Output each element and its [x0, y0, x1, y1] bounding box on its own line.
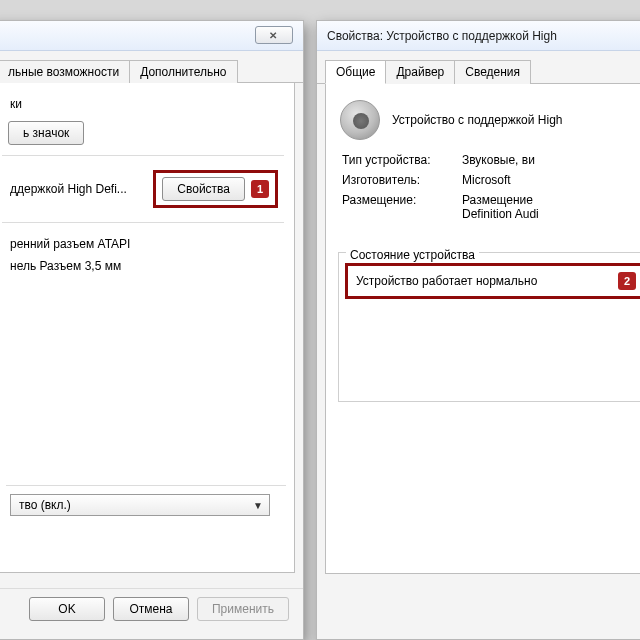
properties-highlight: Свойства 1: [153, 170, 278, 208]
tab-general[interactable]: Общие: [325, 60, 386, 84]
apply-button[interactable]: Применить: [197, 597, 289, 621]
label-location: Размещение:: [342, 193, 462, 221]
jack-atapi: ренний разъем ATAPI: [2, 233, 284, 255]
device-status-text: Устройство работает нормально: [356, 274, 537, 288]
status-highlight: Устройство работает нормально 2: [345, 263, 640, 299]
speaker-icon: [340, 100, 380, 140]
name-fragment: ки: [2, 93, 284, 115]
label-device-type: Тип устройства:: [342, 153, 462, 167]
controller-label: ддержкой High Defi...: [10, 182, 133, 196]
device-name: Устройство с поддержкой High: [392, 113, 563, 127]
properties-button[interactable]: Свойства: [162, 177, 245, 201]
titlebar-right: Свойства: Устройство с поддержкой High: [317, 21, 640, 51]
device-properties-window: Свойства: Устройство с поддержкой High О…: [316, 20, 640, 640]
tab-driver[interactable]: Драйвер: [385, 60, 455, 84]
titlebar-left: ✕: [0, 21, 303, 51]
tab-body-right: Устройство с поддержкой High Тип устройс…: [325, 84, 640, 574]
device-status-group: Состояние устройства Устройство работает…: [338, 238, 640, 402]
tab-details[interactable]: Сведения: [454, 60, 531, 84]
chevron-down-icon: ▼: [253, 500, 263, 511]
tabstrip-left: льные возможности Дополнительно: [0, 51, 303, 83]
tab-body-left: ки ь значок ддержкой High Defi... Свойст…: [0, 83, 295, 573]
value-device-type: Звуковые, ви: [462, 153, 640, 167]
label-manufacturer: Изготовитель:: [342, 173, 462, 187]
callout-badge-1: 1: [251, 180, 269, 198]
ok-button[interactable]: OK: [29, 597, 105, 621]
combo-value: тво (вкл.): [19, 498, 71, 512]
sound-properties-window: ✕ льные возможности Дополнительно ки ь з…: [0, 20, 304, 640]
value-location: Размещение Definition Audi: [462, 193, 640, 221]
group-title: Состояние устройства: [346, 248, 479, 262]
tabstrip-right: Общие Драйвер Сведения: [317, 51, 640, 84]
change-icon-button[interactable]: ь значок: [8, 121, 84, 145]
device-usage-combo[interactable]: тво (вкл.) ▼: [10, 494, 270, 516]
close-icon[interactable]: ✕: [255, 26, 293, 44]
window-title: Свойства: Устройство с поддержкой High: [327, 29, 557, 43]
dialog-buttons-left: OK Отмена Применить: [0, 588, 303, 629]
tab-capabilities[interactable]: льные возможности: [0, 60, 130, 83]
tab-advanced[interactable]: Дополнительно: [129, 60, 237, 83]
jack-35mm: нель Разъем 3,5 мм: [2, 255, 284, 277]
value-manufacturer: Microsoft: [462, 173, 640, 187]
cancel-button[interactable]: Отмена: [113, 597, 189, 621]
callout-badge-2: 2: [618, 272, 636, 290]
